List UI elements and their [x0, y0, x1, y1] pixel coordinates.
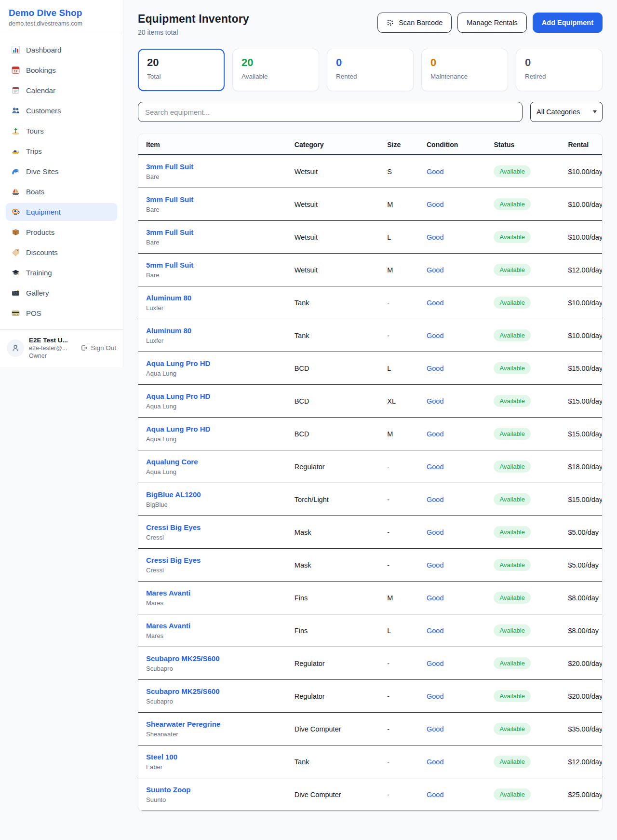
- item-link[interactable]: Steel 100: [146, 753, 279, 761]
- stat-card-retired[interactable]: 0 Retired: [516, 49, 603, 91]
- category-select[interactable]: All Categories: [530, 102, 603, 122]
- condition-link[interactable]: Good: [427, 692, 443, 700]
- item-brand: Aqua Lung: [146, 435, 279, 443]
- sidebar-item-bookings[interactable]: 17 Bookings: [6, 61, 117, 79]
- condition-link[interactable]: Good: [427, 528, 443, 536]
- sidebar-item-trips[interactable]: Trips: [6, 142, 117, 160]
- item-rental-rate: $15.00/day: [560, 418, 602, 450]
- sidebar-item-gallery[interactable]: Gallery: [6, 284, 117, 302]
- sidebar-item-training[interactable]: Training: [6, 264, 117, 282]
- item-link[interactable]: Mares Avanti: [146, 622, 279, 630]
- item-link[interactable]: Aqua Lung Pro HD: [146, 392, 279, 400]
- sidebar-item-calendar[interactable]: Calendar: [6, 81, 117, 99]
- item-link[interactable]: 3mm Full Suit: [146, 195, 279, 203]
- item-brand: Mares: [146, 599, 279, 607]
- item-brand: Aqua Lung: [146, 468, 279, 475]
- condition-link[interactable]: Good: [427, 496, 443, 503]
- stat-card-maintenance[interactable]: 0 Maintenance: [421, 49, 508, 91]
- item-size: -: [379, 450, 419, 483]
- products-icon: [12, 228, 20, 236]
- sidebar-item-customers[interactable]: Customers: [6, 102, 117, 120]
- stat-card-total[interactable]: 20 Total: [138, 49, 225, 91]
- condition-link[interactable]: Good: [427, 660, 443, 667]
- item-size: S: [379, 155, 419, 188]
- status-badge: Available: [494, 428, 531, 440]
- stat-card-rented[interactable]: 0 Rented: [327, 49, 414, 91]
- item-category: BCD: [287, 385, 379, 418]
- table-row: Cressi Big Eyes Cressi Mask - Good Avail…: [138, 549, 602, 582]
- sidebar-item-dashboard[interactable]: Dashboard: [6, 41, 117, 59]
- condition-link[interactable]: Good: [427, 561, 443, 569]
- user-role: Owner: [29, 352, 76, 359]
- item-size: -: [379, 286, 419, 319]
- status-badge: Available: [494, 297, 531, 309]
- boats-icon: [12, 188, 20, 196]
- item-rental-rate: $10.00/day: [560, 221, 602, 254]
- scan-barcode-button[interactable]: Scan Barcode: [377, 13, 452, 33]
- condition-link[interactable]: Good: [427, 758, 443, 766]
- condition-link[interactable]: Good: [427, 430, 443, 438]
- item-link[interactable]: Mares Avanti: [146, 589, 279, 597]
- item-link[interactable]: Aqua Lung Pro HD: [146, 425, 279, 433]
- sidebar-item-discounts[interactable]: Discounts: [6, 244, 117, 261]
- item-link[interactable]: Aqualung Core: [146, 458, 279, 466]
- condition-link[interactable]: Good: [427, 201, 443, 208]
- condition-link[interactable]: Good: [427, 266, 443, 274]
- condition-link[interactable]: Good: [427, 397, 443, 405]
- condition-link[interactable]: Good: [427, 725, 443, 733]
- item-link[interactable]: Aluminum 80: [146, 326, 279, 335]
- status-badge: Available: [494, 592, 531, 604]
- item-link[interactable]: 3mm Full Suit: [146, 228, 279, 236]
- shop-title-link[interactable]: Demo Dive Shop: [9, 8, 114, 18]
- search-input[interactable]: [138, 102, 523, 122]
- item-brand: Luxfer: [146, 337, 279, 344]
- item-brand: Cressi: [146, 567, 279, 574]
- condition-link[interactable]: Good: [427, 594, 443, 602]
- item-link[interactable]: Aluminum 80: [146, 294, 279, 302]
- item-link[interactable]: Scubapro MK25/S600: [146, 654, 279, 663]
- sidebar-item-label: POS: [26, 309, 41, 317]
- main-content: Equipment Inventory 20 items total Scan …: [123, 0, 617, 826]
- item-category: Mask: [287, 549, 379, 582]
- sidebar-item-products[interactable]: Products: [6, 223, 117, 241]
- item-link[interactable]: Scubapro MK25/S600: [146, 687, 279, 695]
- condition-link[interactable]: Good: [427, 299, 443, 307]
- condition-link[interactable]: Good: [427, 627, 443, 635]
- condition-link[interactable]: Good: [427, 791, 443, 799]
- dashboard-icon: [12, 46, 20, 54]
- sign-out-button[interactable]: Sign Out: [80, 344, 116, 352]
- sidebar-item-boats[interactable]: Boats: [6, 183, 117, 201]
- item-link[interactable]: 5mm Full Suit: [146, 261, 279, 269]
- add-equipment-button[interactable]: Add Equipment: [533, 13, 603, 33]
- item-brand: Bare: [146, 206, 279, 213]
- item-rental-rate: $18.00/day: [560, 450, 602, 483]
- condition-link[interactable]: Good: [427, 365, 443, 372]
- item-rental-rate: $25.00/day: [560, 778, 602, 811]
- sign-out-label: Sign Out: [91, 344, 116, 352]
- item-link[interactable]: 3mm Full Suit: [146, 163, 279, 171]
- condition-link[interactable]: Good: [427, 332, 443, 339]
- item-brand: Bare: [146, 173, 279, 180]
- item-link[interactable]: Suunto Zoop: [146, 786, 279, 794]
- sidebar-item-pos[interactable]: POS: [6, 304, 117, 322]
- sidebar-item-equipment[interactable]: Equipment: [6, 203, 117, 221]
- sidebar-item-label: Customers: [26, 107, 61, 115]
- sidebar-item-tours[interactable]: Tours: [6, 122, 117, 140]
- item-link[interactable]: BigBlue AL1200: [146, 490, 279, 499]
- item-brand: Suunto: [146, 796, 279, 803]
- item-link[interactable]: Shearwater Peregrine: [146, 720, 279, 728]
- stat-value: 20: [241, 56, 310, 69]
- item-category: BCD: [287, 418, 379, 450]
- condition-link[interactable]: Good: [427, 233, 443, 241]
- item-link[interactable]: Aqua Lung Pro HD: [146, 359, 279, 367]
- sidebar-item-dive-sites[interactable]: Dive Sites: [6, 163, 117, 180]
- condition-link[interactable]: Good: [427, 168, 443, 176]
- item-link[interactable]: Cressi Big Eyes: [146, 556, 279, 564]
- condition-link[interactable]: Good: [427, 463, 443, 471]
- calendar-icon: [12, 86, 20, 95]
- manage-rentals-button[interactable]: Manage Rentals: [457, 13, 527, 33]
- status-badge: Available: [494, 198, 531, 210]
- item-link[interactable]: Cressi Big Eyes: [146, 523, 279, 531]
- column-header-item: Item: [138, 134, 287, 155]
- stat-card-available[interactable]: 20 Available: [232, 49, 319, 91]
